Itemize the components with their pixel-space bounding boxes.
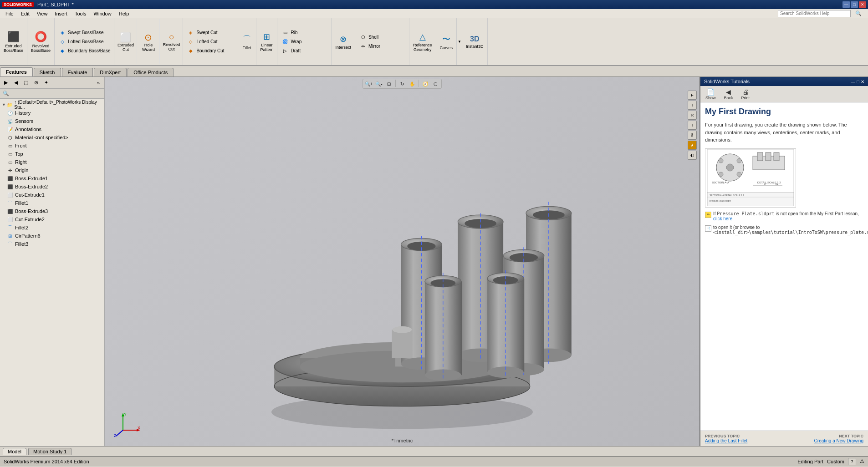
tree-item-boss-extrude3[interactable]: ⬛ Boss-Extrude3 — [0, 207, 104, 215]
tree-item-sensors[interactable]: 📡 Sensors — [0, 117, 104, 125]
tree-item-material[interactable]: ⬡ Material <not specified> — [0, 133, 104, 142]
panel-propertymanager-btn[interactable]: ◀ — [11, 78, 21, 87]
view-realview-btn[interactable]: ★ — [688, 141, 697, 150]
boundary-boss-base-button[interactable]: ◆ Boundary Boss/Base — [56, 46, 112, 56]
tree-item-cut-extrude2[interactable]: ⬜ Cut-Extrude2 — [0, 215, 104, 223]
menu-tools[interactable]: Tools — [71, 10, 90, 17]
panel-dimxpert-btn[interactable]: ⊛ — [31, 78, 41, 87]
tab-features[interactable]: Features — [0, 67, 33, 76]
maximize-button[interactable]: □ — [851, 1, 858, 8]
menu-insert[interactable]: Insert — [51, 10, 71, 17]
tutorials-print-btn[interactable]: 🖨 Print — [739, 87, 752, 102]
wrap-button[interactable]: 🌀 Wrap — [279, 37, 329, 46]
window-controls[interactable]: — □ ✕ — [842, 1, 866, 8]
tree-item-boss-extrude1[interactable]: ⬛ Boss-Extrude1 — [0, 174, 104, 183]
window-title: Part1.SLDPRT * — [37, 2, 842, 7]
prev-topic-group: Previous topic Adding the Last Fillet — [705, 434, 747, 443]
tree-label-annotations: Annotations — [15, 127, 41, 132]
boundary-cut-button[interactable]: ◆ Boundary Cut — [185, 46, 235, 56]
view-transparency-btn[interactable]: ◐ — [688, 151, 697, 160]
swept-cut-button[interactable]: ◈ Swept Cut — [185, 28, 235, 37]
curves-dropdown[interactable]: ▼ — [457, 18, 462, 65]
click-here-link[interactable]: click here — [713, 216, 732, 221]
zoom-out-btn[interactable]: 🔍- — [374, 80, 383, 88]
panel-expand-btn[interactable]: » — [93, 78, 103, 87]
minimize-button[interactable]: — — [842, 1, 850, 8]
tutorials-minimize[interactable]: — — [851, 79, 855, 84]
tree-item-origin[interactable]: ✛ Origin — [0, 166, 104, 174]
tree-item-cirpattern6[interactable]: ⊞ CirPattern6 — [0, 232, 104, 240]
tab-sketch[interactable]: Sketch — [34, 68, 61, 76]
filter-btn[interactable]: 🔍 — [1, 89, 11, 98]
tree-item-top[interactable]: ▭ Top — [0, 150, 104, 158]
extruded-boss-base-button[interactable]: ⬛ ExtrudedBoss/Base — [0, 18, 27, 65]
revolved-cut-button[interactable]: ○ RevolvedCut — [160, 19, 183, 64]
rotate-btn[interactable]: ↻ — [398, 80, 407, 88]
tree-icon-boss-extrude3: ⬛ — [6, 208, 14, 215]
menu-help[interactable]: Help — [115, 10, 133, 17]
tutorials-maximize[interactable]: □ — [857, 79, 859, 84]
search-button[interactable]: 🔍 — [852, 10, 865, 17]
tree-item-fillet2[interactable]: ⌒ Fillet2 — [0, 223, 104, 232]
tab-dimxpert[interactable]: DimXpert — [94, 68, 127, 76]
view-section-btn[interactable]: § — [688, 131, 697, 140]
tab-motion-study[interactable]: Motion Study 1 — [28, 448, 71, 455]
panel-display-btn[interactable]: ✦ — [41, 78, 51, 87]
tutorials-window-controls[interactable]: — □ ✕ — [851, 79, 864, 84]
tree-item-root[interactable]: ▼ 📁 ↑ (Default<Default>_PhotoWorks Displ… — [0, 101, 104, 109]
menu-view[interactable]: View — [33, 10, 51, 17]
tab-office-products[interactable]: Office Products — [128, 68, 174, 76]
view-top-btn[interactable]: T — [688, 101, 697, 110]
lofted-boss-base-button[interactable]: ◇ Lofted Boss/Base — [56, 37, 112, 46]
linear-pattern-button[interactable]: ⊞ LinearPattern — [256, 18, 277, 65]
mirror-button[interactable]: ⇔ Mirror — [357, 42, 407, 51]
view-iso-btn[interactable]: I — [688, 121, 697, 130]
tree-icon-fillet2: ⌒ — [6, 224, 14, 231]
revolved-boss-base-button[interactable]: ⭕ RevolvedBoss/Base — [27, 18, 55, 65]
display-mode-btn[interactable]: ⬡ — [431, 80, 440, 88]
next-topic-link[interactable]: Creating a New Drawing — [814, 438, 863, 443]
menu-window[interactable]: Window — [90, 10, 115, 17]
tab-model[interactable]: Model — [3, 448, 26, 455]
panel-config-btn[interactable]: ⬚ — [21, 78, 31, 87]
tree-item-boss-extrude2[interactable]: ⬛ Boss-Extrude2 — [0, 183, 104, 191]
tree-item-annotations[interactable]: 📝 Annotations — [0, 125, 104, 133]
tutorials-close[interactable]: ✕ — [861, 79, 864, 84]
view-front-btn[interactable]: F — [688, 91, 697, 100]
status-warning-icon[interactable]: ⚠ — [860, 458, 864, 464]
tree-item-front[interactable]: ▭ Front — [0, 142, 104, 150]
tutorials-back-btn[interactable]: ◀ Back — [722, 87, 735, 102]
tree-item-cut-extrude1[interactable]: ⬜ Cut-Extrude1 — [0, 191, 104, 199]
curves-button[interactable]: 〜 Curves — [436, 18, 457, 65]
shell-button[interactable]: ⬡ Shell — [357, 33, 407, 42]
lofted-cut-button[interactable]: ◇ Lofted Cut — [185, 37, 235, 46]
rib-button[interactable]: ▭ Rib — [279, 28, 329, 37]
view-orient-btn[interactable]: 🧭 — [421, 80, 430, 88]
close-button[interactable]: ✕ — [859, 1, 866, 8]
swept-boss-base-button[interactable]: ◈ Swept Boss/Base — [56, 28, 112, 37]
tree-item-right[interactable]: ▭ Right — [0, 158, 104, 166]
search-input[interactable] — [778, 10, 851, 17]
view-right-btn[interactable]: R — [688, 111, 697, 120]
tab-evaluate[interactable]: Evaluate — [62, 68, 93, 76]
tree-item-fillet1[interactable]: ⌒ Fillet1 — [0, 199, 104, 207]
extruded-cut-button[interactable]: ⬜ ExtrudedCut — [114, 19, 137, 64]
panel-featuretree-btn[interactable]: ▶ — [1, 78, 11, 87]
menu-edit[interactable]: Edit — [17, 10, 33, 17]
fit-btn[interactable]: ⊡ — [384, 80, 393, 88]
tree-item-fillet3[interactable]: ⌒ Fillet3 — [0, 240, 104, 248]
menu-file[interactable]: File — [2, 10, 17, 17]
tree-item-history[interactable]: 🕐 History — [0, 109, 104, 117]
hole-wizard-button[interactable]: ⊙ HoleWizard — [137, 19, 160, 64]
draft-button[interactable]: ▷ Draft — [279, 46, 329, 56]
pan-btn[interactable]: ✋ — [408, 80, 417, 88]
intersect-button[interactable]: ⊗ Intersect — [332, 18, 355, 65]
reference-geometry-button[interactable]: △ ReferenceGeometry — [409, 18, 436, 65]
fillet-button[interactable]: ⌒ Fillet — [237, 18, 256, 65]
zoom-in-btn[interactable]: 🔍+ — [364, 80, 373, 88]
swept-boss-icon: ◈ — [58, 29, 66, 37]
tutorials-show-btn[interactable]: 📄 Show — [703, 87, 718, 102]
instant3d-button[interactable]: 3D Instant3D — [462, 18, 488, 65]
status-help-btn[interactable]: ? — [848, 458, 856, 465]
prev-topic-link[interactable]: Adding the Last Fillet — [705, 438, 747, 443]
